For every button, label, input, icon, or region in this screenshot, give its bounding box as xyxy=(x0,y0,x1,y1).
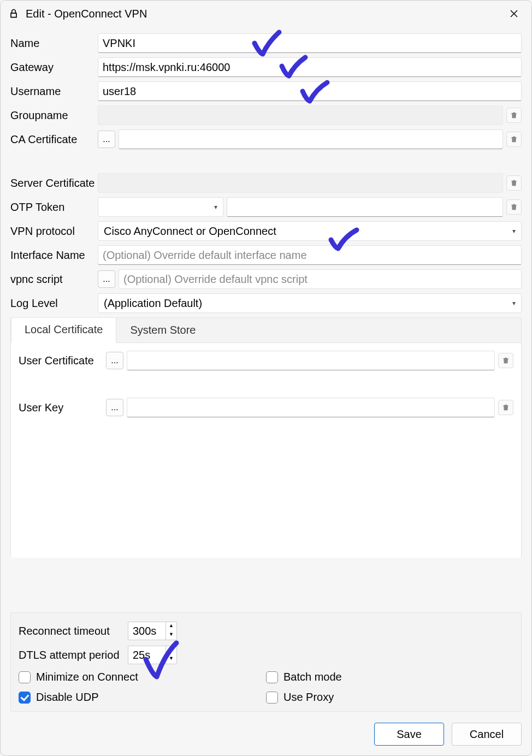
vpn-protocol-label: VPN protocol xyxy=(10,225,98,238)
spinner-down-icon[interactable]: ▼ xyxy=(166,655,176,664)
reconnect-timeout-spinner[interactable]: 300s ▲▼ xyxy=(128,622,177,640)
vpn-protocol-select[interactable]: Cisco AnyConnect or OpenConnect ▾ xyxy=(98,221,522,241)
batch-mode-label: Batch mode xyxy=(283,671,342,683)
lock-icon xyxy=(8,7,19,20)
minimize-on-connect-label: Minimize on Connect xyxy=(36,671,138,683)
close-icon xyxy=(509,9,519,19)
ca-cert-input[interactable] xyxy=(119,129,503,149)
batch-mode-checkbox[interactable]: Batch mode xyxy=(266,671,513,683)
disable-udp-checkbox[interactable]: Disable UDP xyxy=(19,691,266,704)
user-cert-clear-button[interactable] xyxy=(498,353,513,368)
vpnc-script-browse-button[interactable]: ... xyxy=(98,270,115,288)
cancel-button[interactable]: Cancel xyxy=(452,723,522,746)
chevron-down-icon: ▾ xyxy=(214,203,217,211)
checkbox-icon xyxy=(266,692,278,704)
vpnc-script-input[interactable] xyxy=(119,269,522,289)
trash-icon xyxy=(501,356,510,365)
user-key-clear-button[interactable] xyxy=(498,400,513,415)
titlebar: Edit - OpenConnect VPN xyxy=(1,1,531,27)
groupname-clear-button[interactable] xyxy=(506,108,522,123)
username-input[interactable] xyxy=(98,81,522,101)
otp-token-clear-button[interactable] xyxy=(506,199,522,215)
otp-token-select[interactable]: ▾ xyxy=(98,197,223,217)
trash-icon xyxy=(510,179,518,187)
disable-udp-label: Disable UDP xyxy=(36,691,98,704)
groupname-label: Groupname xyxy=(10,109,98,122)
dtls-period-label: DTLS attempt period xyxy=(19,649,128,662)
log-level-select[interactable]: (Application Default) ▾ xyxy=(98,293,522,313)
interface-name-label: Interface Name xyxy=(10,249,98,262)
options-panel: Reconnect timeout 300s ▲▼ DTLS attempt p… xyxy=(10,612,522,712)
spinner-up-icon[interactable]: ▲ xyxy=(166,646,176,655)
username-label: Username xyxy=(10,85,98,98)
gateway-input[interactable] xyxy=(98,57,522,77)
trash-icon xyxy=(510,135,518,144)
ca-cert-label: CA Certificate xyxy=(10,133,98,146)
cert-tabs: Local Certificate System Store User Cert… xyxy=(10,317,522,558)
server-cert-label: Server Certificate xyxy=(10,177,98,190)
spinner-up-icon[interactable]: ▲ xyxy=(166,622,176,631)
log-level-label: Log Level xyxy=(10,297,98,310)
form-area: Name Gateway Username Groupname CA Certi… xyxy=(1,27,531,558)
checkbox-icon xyxy=(266,671,278,683)
user-key-label: User Key xyxy=(19,401,106,414)
user-cert-browse-button[interactable]: ... xyxy=(106,352,123,369)
use-proxy-label: Use Proxy xyxy=(283,691,334,704)
trash-icon xyxy=(501,403,510,412)
ca-cert-clear-button[interactable] xyxy=(506,132,522,147)
user-key-input[interactable] xyxy=(127,398,495,417)
name-label: Name xyxy=(10,37,98,50)
reconnect-timeout-value: 300s xyxy=(133,625,156,637)
user-cert-input[interactable] xyxy=(127,351,495,370)
trash-icon xyxy=(510,111,518,120)
chevron-down-icon: ▾ xyxy=(512,227,516,235)
dtls-period-spinner[interactable]: 25s ▲▼ xyxy=(128,646,177,664)
user-cert-label: User Certificate xyxy=(19,355,106,367)
user-key-browse-button[interactable]: ... xyxy=(106,399,123,416)
tab-local-certificate[interactable]: Local Certificate xyxy=(11,318,116,343)
minimize-on-connect-checkbox[interactable]: Minimize on Connect xyxy=(19,671,266,683)
save-button[interactable]: Save xyxy=(374,723,444,746)
dtls-period-value: 25s xyxy=(133,649,150,662)
interface-name-input[interactable] xyxy=(98,245,522,265)
chevron-down-icon: ▾ xyxy=(512,299,516,307)
gateway-label: Gateway xyxy=(10,61,98,74)
close-button[interactable] xyxy=(504,4,524,23)
tab-system-store[interactable]: System Store xyxy=(116,318,209,342)
use-proxy-checkbox[interactable]: Use Proxy xyxy=(266,691,513,704)
checkbox-icon xyxy=(19,671,31,683)
vpn-protocol-value: Cisco AnyConnect or OpenConnect xyxy=(104,225,276,238)
spinner-down-icon[interactable]: ▼ xyxy=(166,631,176,640)
reconnect-timeout-label: Reconnect timeout xyxy=(19,625,128,637)
ca-cert-browse-button[interactable]: ... xyxy=(98,131,115,148)
trash-icon xyxy=(510,203,518,211)
name-input[interactable] xyxy=(98,33,522,53)
server-cert-clear-button[interactable] xyxy=(506,175,522,191)
checkbox-icon xyxy=(19,692,31,704)
log-level-value: (Application Default) xyxy=(104,297,202,310)
dialog-buttons: Save Cancel xyxy=(374,723,522,746)
otp-token-input[interactable] xyxy=(227,197,503,217)
window-title: Edit - OpenConnect VPN xyxy=(26,8,147,20)
vpnc-script-label: vpnc script xyxy=(10,273,98,286)
server-cert-input[interactable] xyxy=(98,173,503,193)
groupname-input[interactable] xyxy=(98,105,503,125)
otp-token-label: OTP Token xyxy=(10,201,98,214)
